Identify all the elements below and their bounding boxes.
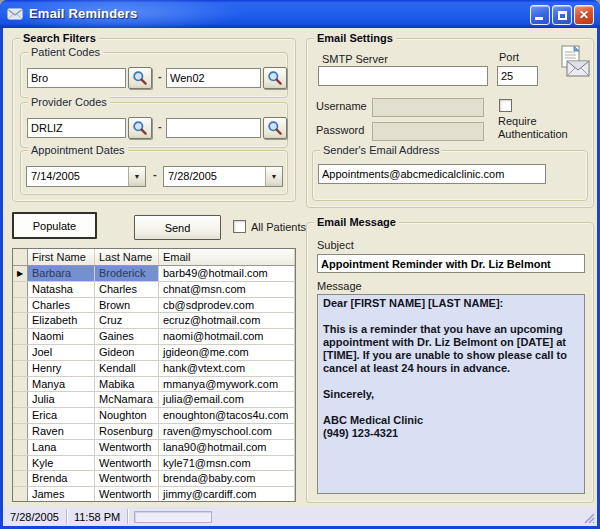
table-cell[interactable]: jimmy@cardiff.com bbox=[159, 487, 295, 502]
table-cell[interactable]: Kendall bbox=[95, 361, 159, 376]
date-from-picker[interactable]: 7/14/2005 ▼ bbox=[26, 166, 146, 187]
table-cell[interactable]: Kyle bbox=[28, 456, 95, 471]
patient-code-to-input[interactable] bbox=[166, 68, 261, 88]
row-indicator[interactable] bbox=[13, 298, 28, 313]
table-cell[interactable]: julia@email.com bbox=[159, 392, 295, 407]
table-cell[interactable]: Joel bbox=[28, 345, 95, 360]
table-row[interactable]: JamesWentworthjimmy@cardiff.com bbox=[13, 487, 295, 502]
chevron-down-icon[interactable]: ▼ bbox=[265, 167, 282, 186]
table-row[interactable]: ElizabethCruzecruz@hotmail.com bbox=[13, 313, 295, 329]
table-cell[interactable]: Manya bbox=[28, 377, 95, 392]
table-cell[interactable]: Broderick bbox=[95, 266, 159, 281]
column-header-last-name[interactable]: Last Name bbox=[95, 249, 159, 265]
minimize-button[interactable] bbox=[530, 5, 550, 25]
table-cell[interactable]: cb@sdprodev.com bbox=[159, 298, 295, 313]
table-cell[interactable]: Rosenburg bbox=[95, 424, 159, 439]
table-cell[interactable]: Raven bbox=[28, 424, 95, 439]
table-cell[interactable]: Charles bbox=[28, 298, 95, 313]
table-cell[interactable]: naomi@hotmail.com bbox=[159, 329, 295, 344]
provider-code-from-lookup-button[interactable] bbox=[128, 117, 152, 139]
row-indicator[interactable]: ▶ bbox=[13, 266, 28, 281]
row-indicator[interactable] bbox=[13, 313, 28, 328]
row-indicator[interactable] bbox=[13, 282, 28, 297]
provider-code-to-lookup-button[interactable] bbox=[263, 117, 287, 139]
table-cell[interactable]: Wentworth bbox=[95, 471, 159, 486]
chevron-down-icon[interactable]: ▼ bbox=[128, 167, 145, 186]
table-cell[interactable]: kyle71@msn.com bbox=[159, 456, 295, 471]
row-indicator[interactable] bbox=[13, 377, 28, 392]
table-cell[interactable]: McNamara bbox=[95, 392, 159, 407]
table-cell[interactable]: Brown bbox=[95, 298, 159, 313]
row-indicator[interactable] bbox=[13, 361, 28, 376]
table-cell[interactable]: Gideon bbox=[95, 345, 159, 360]
table-row[interactable]: ▶BarbaraBroderickbarb49@hotmail.com bbox=[13, 266, 295, 282]
close-button[interactable]: ✕ bbox=[574, 5, 594, 25]
column-header-first-name[interactable]: First Name bbox=[28, 249, 95, 265]
table-cell[interactable]: Noughton bbox=[95, 408, 159, 423]
patient-code-from-input[interactable] bbox=[27, 68, 126, 88]
table-cell[interactable]: Elizabeth bbox=[28, 313, 95, 328]
populate-button[interactable]: Populate bbox=[12, 212, 97, 239]
table-cell[interactable]: Natasha bbox=[28, 282, 95, 297]
table-cell[interactable]: Charles bbox=[95, 282, 159, 297]
table-cell[interactable]: barb49@hotmail.com bbox=[159, 266, 295, 281]
column-header-email[interactable]: Email bbox=[159, 249, 295, 265]
table-row[interactable]: JuliaMcNamarajulia@email.com bbox=[13, 392, 295, 408]
table-row[interactable]: KyleWentworthkyle71@msn.com bbox=[13, 456, 295, 472]
table-cell[interactable]: Cruz bbox=[95, 313, 159, 328]
table-cell[interactable]: Wentworth bbox=[95, 440, 159, 455]
table-row[interactable]: LanaWentworthlana90@hotmail.com bbox=[13, 440, 295, 456]
table-cell[interactable]: Brenda bbox=[28, 471, 95, 486]
patient-code-to-lookup-button[interactable] bbox=[263, 67, 287, 89]
table-cell[interactable]: enoughton@tacos4u.com bbox=[159, 408, 295, 423]
table-row[interactable]: NatashaCharleschnat@msn.com bbox=[13, 282, 295, 298]
all-patients-checkbox[interactable] bbox=[233, 220, 246, 233]
row-indicator[interactable] bbox=[13, 487, 28, 502]
table-cell[interactable]: jgideon@me.com bbox=[159, 345, 295, 360]
sender-email-input[interactable] bbox=[318, 164, 546, 184]
table-cell[interactable]: Henry bbox=[28, 361, 95, 376]
table-cell[interactable]: Gaines bbox=[95, 329, 159, 344]
table-row[interactable]: BrendaWentworthbrenda@baby.com bbox=[13, 471, 295, 487]
message-textarea[interactable]: Dear [FIRST NAME] [LAST NAME]: This is a… bbox=[317, 294, 585, 494]
table-cell[interactable]: lana90@hotmail.com bbox=[159, 440, 295, 455]
subject-input[interactable] bbox=[317, 254, 585, 273]
table-row[interactable]: EricaNoughtonenoughton@tacos4u.com bbox=[13, 408, 295, 424]
row-indicator[interactable] bbox=[13, 408, 28, 423]
table-cell[interactable]: Wentworth bbox=[95, 456, 159, 471]
row-indicator[interactable] bbox=[13, 424, 28, 439]
table-row[interactable]: NaomiGainesnaomi@hotmail.com bbox=[13, 329, 295, 345]
provider-code-to-input[interactable] bbox=[166, 118, 261, 138]
send-button[interactable]: Send bbox=[134, 215, 221, 240]
row-indicator[interactable] bbox=[13, 456, 28, 471]
title-bar[interactable]: Email Reminders ✕ bbox=[0, 0, 600, 28]
date-to-picker[interactable]: 7/28/2005 ▼ bbox=[163, 166, 283, 187]
table-cell[interactable]: chnat@msn.com bbox=[159, 282, 295, 297]
require-auth-checkbox[interactable] bbox=[499, 99, 512, 112]
row-indicator[interactable] bbox=[13, 329, 28, 344]
row-indicator[interactable] bbox=[13, 392, 28, 407]
table-row[interactable]: JoelGideonjgideon@me.com bbox=[13, 345, 295, 361]
table-cell[interactable]: brenda@baby.com bbox=[159, 471, 295, 486]
table-row[interactable]: CharlesBrowncb@sdprodev.com bbox=[13, 298, 295, 314]
table-row[interactable]: ManyaMabikammanya@mywork.com bbox=[13, 377, 295, 393]
resize-grip-icon[interactable] bbox=[583, 512, 596, 525]
row-indicator[interactable] bbox=[13, 345, 28, 360]
username-input[interactable] bbox=[372, 98, 484, 117]
table-row[interactable]: RavenRosenburgraven@myschool.com bbox=[13, 424, 295, 440]
table-cell[interactable]: Erica bbox=[28, 408, 95, 423]
table-row[interactable]: HenryKendallhank@vtext.com bbox=[13, 361, 295, 377]
row-indicator[interactable] bbox=[13, 440, 28, 455]
table-cell[interactable]: ecruz@hotmail.com bbox=[159, 313, 295, 328]
table-cell[interactable]: Naomi bbox=[28, 329, 95, 344]
password-input[interactable] bbox=[372, 122, 484, 141]
table-cell[interactable]: Julia bbox=[28, 392, 95, 407]
port-input[interactable] bbox=[497, 66, 538, 86]
table-cell[interactable]: James bbox=[28, 487, 95, 502]
table-cell[interactable]: raven@myschool.com bbox=[159, 424, 295, 439]
maximize-button[interactable] bbox=[552, 5, 572, 25]
table-cell[interactable]: Lana bbox=[28, 440, 95, 455]
table-cell[interactable]: hank@vtext.com bbox=[159, 361, 295, 376]
table-cell[interactable]: Mabika bbox=[95, 377, 159, 392]
table-cell[interactable]: Wentworth bbox=[95, 487, 159, 502]
